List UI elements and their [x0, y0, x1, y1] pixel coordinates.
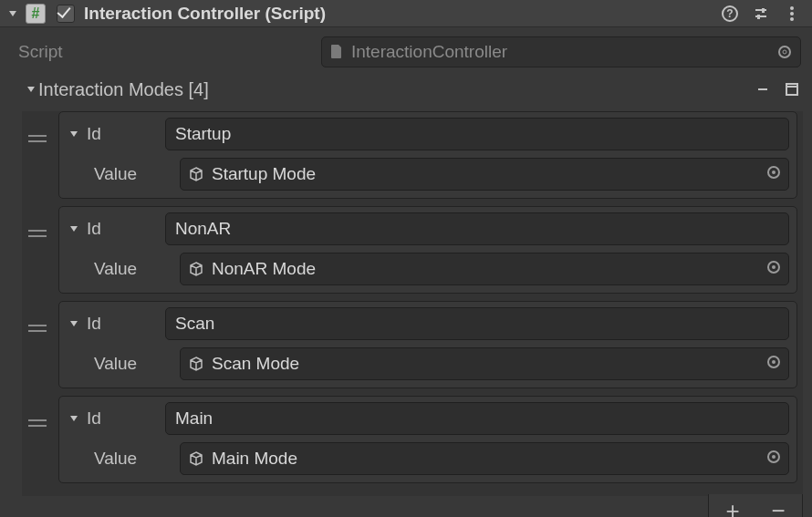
id-input[interactable]: [165, 307, 789, 340]
expand-window-icon[interactable]: [783, 80, 801, 98]
array-item: Id Value NonAR Mode: [58, 206, 797, 294]
remove-item-button[interactable]: −: [767, 500, 789, 517]
value-label: Value: [94, 164, 174, 184]
value-field[interactable]: Startup Mode: [180, 158, 789, 191]
item-foldout[interactable]: [67, 411, 81, 426]
value-field[interactable]: NonAR Mode: [180, 253, 789, 285]
svg-rect-12: [786, 84, 797, 95]
script-label: Script: [18, 42, 321, 62]
object-picker-icon[interactable]: [766, 259, 781, 279]
drag-handle-icon[interactable]: [28, 413, 47, 433]
drag-handle-icon[interactable]: [28, 318, 47, 338]
svg-text:?: ?: [726, 7, 733, 20]
object-picker-icon[interactable]: [766, 354, 781, 374]
collapse-icon[interactable]: [754, 80, 772, 98]
id-label: Id: [87, 314, 160, 334]
gameobject-icon: [188, 261, 204, 277]
item-foldout[interactable]: [67, 222, 81, 236]
svg-point-21: [772, 265, 776, 269]
array-title: Interaction Modes [4]: [38, 79, 743, 100]
array-item: Id Value Scan Mode: [58, 301, 797, 388]
value-text: Startup Mode: [212, 164, 316, 184]
id-label: Id: [87, 408, 160, 429]
gameobject-icon: [188, 450, 204, 467]
component-title: Interaction Controller (Script): [80, 4, 721, 24]
object-picker-icon[interactable]: [766, 449, 781, 469]
svg-point-8: [790, 17, 794, 21]
array-foldout[interactable]: [24, 82, 38, 97]
value-text: Scan Mode: [212, 354, 299, 374]
array-body: Id Value Startup Mode: [22, 111, 803, 496]
svg-rect-4: [762, 8, 765, 13]
array-item: Id Value Main Mode: [58, 396, 797, 483]
drag-handle-icon[interactable]: [28, 223, 47, 243]
value-text: NonAR Mode: [212, 259, 316, 279]
svg-point-6: [790, 6, 794, 10]
script-name: InteractionController: [351, 42, 507, 62]
component-foldout[interactable]: [5, 6, 20, 21]
file-icon: [329, 45, 344, 59]
id-input[interactable]: [165, 212, 789, 245]
value-field[interactable]: Main Mode: [180, 442, 789, 475]
presets-icon[interactable]: [752, 5, 770, 23]
help-icon[interactable]: ?: [721, 5, 739, 23]
value-label: Value: [94, 259, 174, 279]
array-item: Id Value Startup Mode: [58, 111, 797, 199]
svg-point-25: [772, 360, 776, 364]
gameobject-icon: [188, 356, 204, 372]
object-picker-icon[interactable]: [766, 164, 781, 184]
script-type-icon: #: [26, 4, 46, 24]
component-header: # Interaction Controller (Script) ?: [0, 0, 812, 27]
id-label: Id: [87, 124, 160, 144]
enable-checkbox[interactable]: [57, 5, 75, 23]
id-label: Id: [87, 219, 160, 239]
svg-point-17: [772, 171, 776, 174]
svg-point-7: [790, 12, 794, 16]
array-footer: + −: [2, 494, 810, 517]
svg-point-10: [783, 50, 786, 54]
item-foldout[interactable]: [67, 127, 81, 141]
add-item-button[interactable]: +: [722, 500, 744, 517]
array-header[interactable]: Interaction Modes [4]: [2, 73, 810, 106]
id-input[interactable]: [165, 402, 789, 435]
svg-point-29: [772, 455, 776, 459]
drag-handle-icon[interactable]: [28, 129, 47, 149]
value-field[interactable]: Scan Mode: [180, 347, 789, 380]
script-field[interactable]: InteractionController: [321, 36, 801, 67]
value-text: Main Mode: [212, 449, 297, 469]
item-foldout[interactable]: [67, 316, 81, 331]
id-input[interactable]: [165, 118, 789, 150]
object-picker-icon[interactable]: [776, 44, 793, 60]
svg-rect-5: [757, 15, 760, 19]
context-menu-icon[interactable]: [783, 5, 801, 23]
component-body: Script InteractionController Interaction…: [0, 27, 812, 517]
script-row: Script InteractionController: [2, 31, 810, 73]
gameobject-icon: [188, 166, 204, 182]
value-label: Value: [94, 449, 174, 469]
svg-point-9: [779, 47, 790, 57]
value-label: Value: [94, 354, 174, 374]
